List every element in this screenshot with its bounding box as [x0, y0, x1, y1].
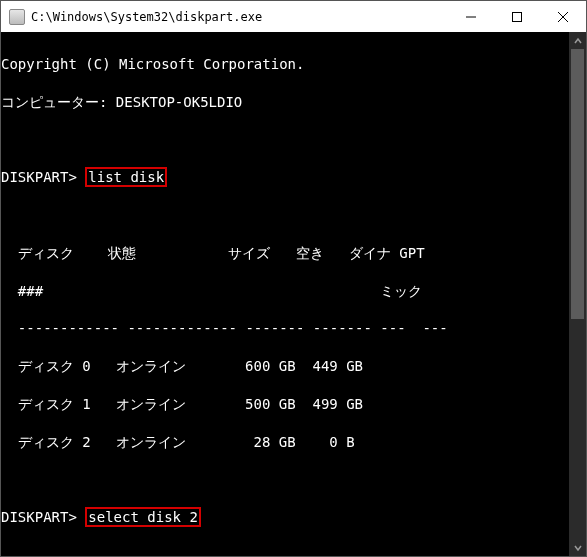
computer-line: コンピューター: DESKTOP-OK5LDIO: [1, 93, 582, 112]
table-row: ディスク 2 オンライン 28 GB 0 B: [1, 433, 582, 452]
cmd-list-disk: DISKPART> list disk: [1, 168, 582, 187]
diskpart-window: C:\Windows\System32\diskpart.exe Copyrig…: [0, 0, 587, 557]
minimize-icon: [466, 12, 476, 22]
highlight-list-disk: list disk: [85, 167, 167, 187]
svg-rect-1: [513, 12, 522, 21]
scroll-thumb[interactable]: [571, 49, 584, 319]
table-row: ディスク 0 オンライン 600 GB 449 GB: [1, 357, 582, 376]
table-header-2: ### ミック: [1, 282, 582, 301]
cmd-icon: [9, 9, 25, 25]
table-row: ディスク 1 オンライン 500 GB 499 GB: [1, 395, 582, 414]
maximize-button[interactable]: [494, 1, 540, 32]
chevron-up-icon: [574, 37, 582, 45]
table-sep: ------------ ------------- ------- -----…: [1, 319, 582, 338]
minimize-button[interactable]: [448, 1, 494, 32]
scroll-down-button[interactable]: [569, 539, 586, 556]
titlebar[interactable]: C:\Windows\System32\diskpart.exe: [1, 1, 586, 32]
maximize-icon: [512, 12, 522, 22]
cmd-select-disk: DISKPART> select disk 2: [1, 508, 582, 527]
highlight-select-disk: select disk 2: [85, 507, 201, 527]
close-button[interactable]: [540, 1, 586, 32]
scroll-track[interactable]: [569, 49, 586, 539]
copyright-line: Copyright (C) Microsoft Corporation.: [1, 55, 582, 74]
table-header-1: ディスク 状態 サイズ 空き ダイナ GPT: [1, 244, 582, 263]
chevron-down-icon: [574, 544, 582, 552]
console-output: Copyright (C) Microsoft Corporation. コンピ…: [1, 36, 582, 556]
console-area[interactable]: Copyright (C) Microsoft Corporation. コンピ…: [1, 32, 586, 556]
scrollbar[interactable]: [569, 32, 586, 556]
title-text: C:\Windows\System32\diskpart.exe: [31, 10, 262, 24]
scroll-up-button[interactable]: [569, 32, 586, 49]
close-icon: [558, 12, 568, 22]
